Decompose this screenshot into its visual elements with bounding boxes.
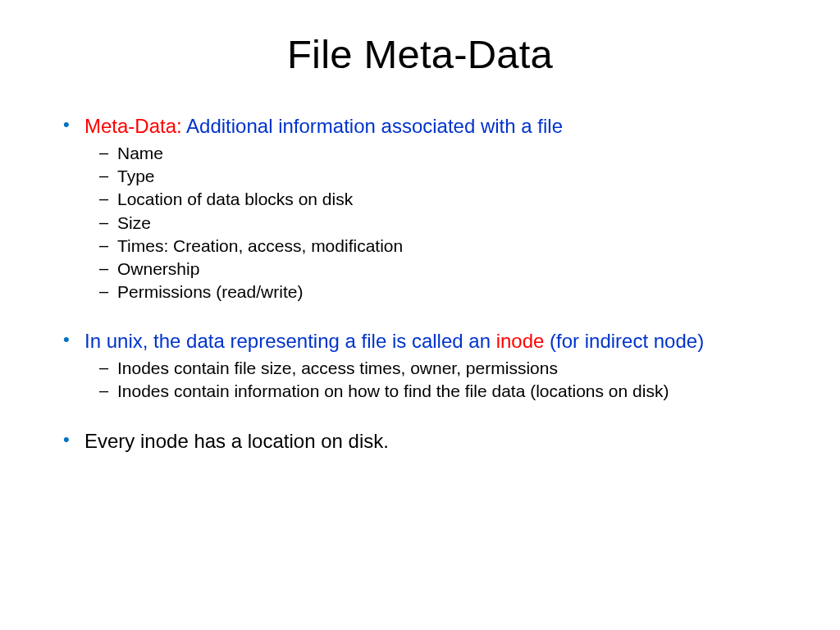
sub-item: Times: Creation, access, modification: [117, 235, 778, 258]
sub-item: Location of data blocks on disk: [117, 188, 778, 211]
sub-item: Inodes contain file size, access times, …: [117, 357, 778, 380]
inode-location-text: Every inode has a location on disk.: [84, 430, 389, 452]
inode-keyword: inode: [496, 330, 545, 352]
metadata-definition: Additional information associated with a…: [186, 115, 563, 137]
sub-item: Type: [117, 165, 778, 188]
inode-text-pre: In unix, the data representing a file is…: [84, 330, 496, 352]
bullet-list: Meta-Data: Additional information associ…: [62, 113, 778, 454]
bullet-metadata: Meta-Data: Additional information associ…: [84, 113, 778, 304]
sub-item: Ownership: [117, 258, 778, 281]
sub-item: Size: [117, 212, 778, 235]
sub-item: Inodes contain information on how to fin…: [117, 380, 778, 403]
inode-sublist: Inodes contain file size, access times, …: [84, 357, 778, 403]
sub-item: Permissions (read/write): [117, 281, 778, 304]
sub-item: Name: [117, 142, 778, 165]
inode-text-post: (for indirect node): [544, 330, 704, 352]
slide: File Meta-Data Meta-Data: Additional inf…: [0, 0, 840, 454]
slide-title: File Meta-Data: [62, 31, 778, 77]
bullet-unix-inode: In unix, the data representing a file is…: [84, 328, 778, 403]
metadata-sublist: Name Type Location of data blocks on dis…: [84, 142, 778, 304]
metadata-label: Meta-Data:: [84, 115, 186, 137]
bullet-inode-location: Every inode has a location on disk.: [84, 428, 778, 454]
